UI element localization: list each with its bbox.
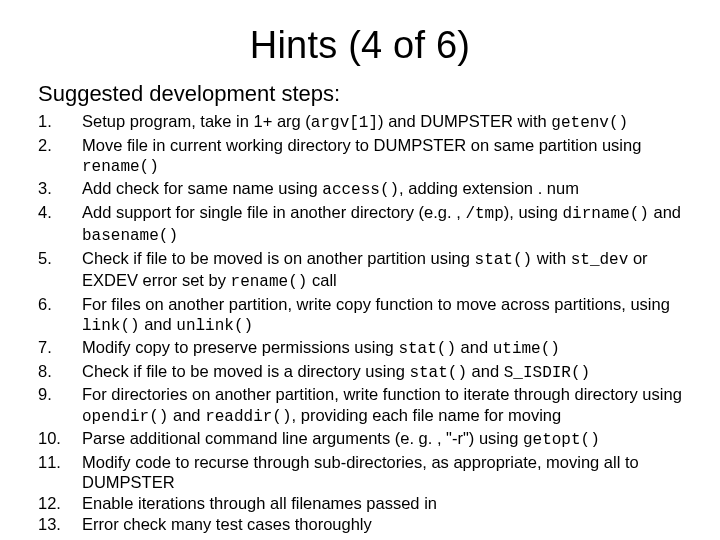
code-token: S_ISDIR(): [504, 364, 590, 382]
text-run: and: [168, 406, 205, 424]
text-run: Modify code to recurse through sub-direc…: [82, 453, 639, 491]
text-run: For directories on another partition, wr…: [82, 385, 682, 403]
code-token: dirname(): [562, 205, 648, 223]
list-item: Check if file to be moved is on another …: [82, 248, 682, 293]
code-token: getenv(): [551, 114, 628, 132]
text-run: and: [140, 315, 177, 333]
code-token: stat(): [409, 364, 467, 382]
list-item: Add check for same name using access(), …: [82, 178, 682, 201]
code-token: st_dev: [571, 251, 629, 269]
list-item: For directories on another partition, wr…: [82, 384, 682, 427]
text-run: Parse additional command line arguments …: [82, 429, 523, 447]
list-item: Setup program, take in 1+ arg (argv[1]) …: [82, 111, 682, 134]
text-run: ), using: [504, 203, 563, 221]
list-item: Parse additional command line arguments …: [82, 428, 682, 451]
text-run: ) and DUMPSTER with: [378, 112, 551, 130]
text-run: Check if file to be moved is on another …: [82, 249, 475, 267]
text-run: Enable iterations through all filenames …: [82, 494, 437, 512]
text-run: , providing each file name for moving: [292, 406, 562, 424]
code-token: /tmp: [465, 205, 503, 223]
code-token: stat(): [398, 340, 456, 358]
code-token: rename(): [82, 158, 159, 176]
text-run: , adding extension . num: [399, 179, 579, 197]
text-run: and: [456, 338, 493, 356]
code-token: stat(): [475, 251, 533, 269]
text-run: Move file in current working directory t…: [82, 136, 641, 154]
text-run: call: [307, 271, 336, 289]
code-token: utime(): [493, 340, 560, 358]
text-run: and: [649, 203, 681, 221]
code-token: unlink(): [176, 317, 253, 335]
text-run: Add support for single file in another d…: [82, 203, 465, 221]
code-token: opendir(): [82, 408, 168, 426]
code-token: argv[1]: [311, 114, 378, 132]
text-run: with: [532, 249, 571, 267]
list-item: Error check many test cases thoroughly: [82, 514, 682, 534]
list-item: Enable iterations through all filenames …: [82, 493, 682, 513]
list-item: Add support for single file in another d…: [82, 202, 682, 247]
code-token: readdir(): [205, 408, 291, 426]
slide-title: Hints (4 of 6): [38, 24, 682, 67]
code-token: basename(): [82, 227, 178, 245]
list-item: Modify copy to preserve permissions usin…: [82, 337, 682, 360]
text-run: Check if file to be moved is a directory…: [82, 362, 409, 380]
code-token: getopt(): [523, 431, 600, 449]
text-run: For files on another partition, write co…: [82, 295, 670, 313]
code-token: access(): [322, 181, 399, 199]
list-item: For files on another partition, write co…: [82, 294, 682, 337]
text-run: Error check many test cases thoroughly: [82, 515, 372, 533]
list-item: Move file in current working directory t…: [82, 135, 682, 178]
text-run: Setup program, take in 1+ arg (: [82, 112, 311, 130]
text-run: Add check for same name using: [82, 179, 322, 197]
code-token: rename(): [231, 273, 308, 291]
code-token: link(): [82, 317, 140, 335]
subheading: Suggested development steps:: [38, 81, 682, 107]
list-item: Check if file to be moved is a directory…: [82, 361, 682, 384]
text-run: Modify copy to preserve permissions usin…: [82, 338, 398, 356]
slide: Hints (4 of 6) Suggested development ste…: [0, 0, 720, 540]
text-run: and: [467, 362, 504, 380]
steps-list: Setup program, take in 1+ arg (argv[1]) …: [38, 111, 682, 534]
list-item: Modify code to recurse through sub-direc…: [82, 452, 682, 492]
